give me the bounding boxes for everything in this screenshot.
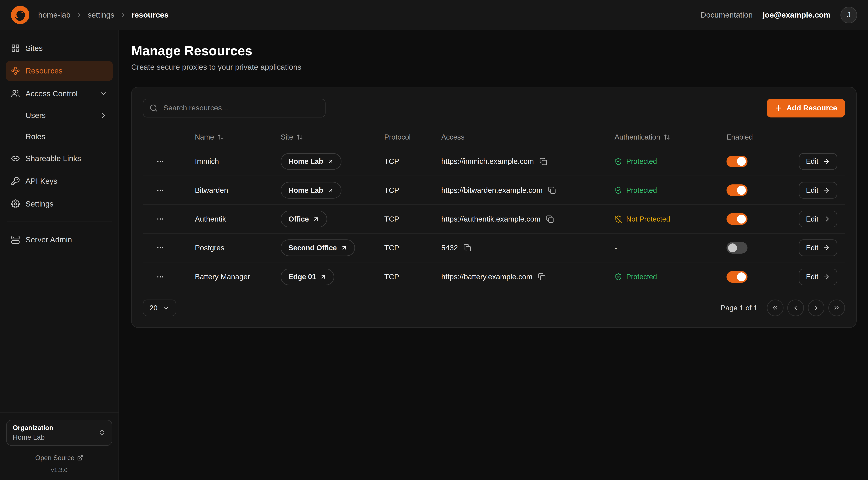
site-link-button[interactable]: Home Lab <box>281 153 341 170</box>
enabled-toggle[interactable] <box>726 184 747 196</box>
sidebar-item-api-keys[interactable]: API Keys <box>6 171 113 191</box>
column-header-enabled: Enabled <box>721 133 797 141</box>
sidebar-nav: Sites Resources Access Control Users <box>6 38 113 250</box>
key-icon <box>11 177 20 185</box>
site-link-button[interactable]: Second Office <box>281 239 355 256</box>
auth-status: Protected <box>609 273 721 281</box>
edit-button[interactable]: Edit <box>799 153 837 170</box>
sidebar-item-roles[interactable]: Roles <box>6 127 113 146</box>
avatar[interactable]: J <box>840 7 857 23</box>
site-cell: Home Lab <box>275 182 379 199</box>
previous-page-button[interactable] <box>787 300 804 316</box>
resource-name: Immich <box>189 157 275 166</box>
resource-access: https://bitwarden.example.com <box>441 186 542 194</box>
organization-selector[interactable]: Organization Home Lab <box>6 420 113 446</box>
row-actions-menu-button[interactable] <box>154 184 167 197</box>
copy-button[interactable] <box>462 243 472 253</box>
copy-button[interactable] <box>547 185 557 195</box>
row-menu-cell <box>143 213 189 226</box>
table-row: Immich Home Lab TCP https://immich.examp… <box>143 147 845 176</box>
copy-icon <box>539 158 547 166</box>
arrow-right-icon <box>823 244 830 251</box>
column-header-authentication[interactable]: Authentication <box>609 133 721 141</box>
resource-name: Authentik <box>189 215 275 223</box>
access-cell: https://authentik.example.com <box>436 214 609 224</box>
sidebar-item-server-admin[interactable]: Server Admin <box>6 230 113 250</box>
resources-card: Add Resource Name Site <box>131 87 857 328</box>
breadcrumb-home-lab[interactable]: home-lab <box>38 10 70 19</box>
copy-icon <box>538 273 546 281</box>
header-label: Access <box>441 133 464 141</box>
sidebar-item-label: Sites <box>26 44 43 53</box>
version-label: v1.3.0 <box>51 467 68 474</box>
resource-protocol: TCP <box>379 273 436 281</box>
enabled-toggle[interactable] <box>726 213 747 225</box>
search-input[interactable] <box>162 103 319 113</box>
arrow-up-right-icon <box>327 187 334 194</box>
sidebar-item-sites[interactable]: Sites <box>6 38 113 58</box>
pagination: Page 1 of 1 <box>721 300 845 316</box>
site-cell: Second Office <box>275 239 379 256</box>
open-source-label: Open Source <box>35 454 74 462</box>
organization-text: Organization Home Lab <box>13 424 53 441</box>
row-menu-cell <box>143 241 189 254</box>
enabled-cell <box>721 156 797 167</box>
sidebar-item-resources[interactable]: Resources <box>6 61 113 81</box>
user-email[interactable]: joe@example.com <box>763 10 831 19</box>
enabled-toggle[interactable] <box>726 271 747 283</box>
sidebar-item-label: API Keys <box>26 177 57 185</box>
breadcrumb-settings[interactable]: settings <box>88 10 115 19</box>
first-page-button[interactable] <box>767 300 783 316</box>
row-actions-menu-button[interactable] <box>154 155 167 168</box>
resources-table: Name Site Protocol Access <box>143 127 845 291</box>
open-source-link[interactable]: Open Source <box>35 454 83 462</box>
edit-button[interactable]: Edit <box>799 239 837 256</box>
add-resource-button[interactable]: Add Resource <box>767 99 845 117</box>
row-actions-menu-button[interactable] <box>154 213 167 226</box>
sidebar-item-users[interactable]: Users <box>6 106 113 124</box>
chevron-right-icon <box>75 11 83 19</box>
copy-button[interactable] <box>537 272 547 282</box>
row-actions-menu-button[interactable] <box>154 241 167 254</box>
column-header-name[interactable]: Name <box>189 133 275 141</box>
arrow-right-icon <box>823 273 830 280</box>
sidebar-item-settings[interactable]: Settings <box>6 194 113 214</box>
documentation-link[interactable]: Documentation <box>701 10 753 19</box>
site-link-button[interactable]: Edge 01 <box>281 269 334 285</box>
header-label: Protocol <box>384 133 411 141</box>
copy-button[interactable] <box>545 214 555 224</box>
sidebar-item-access-control[interactable]: Access Control <box>6 84 113 103</box>
edit-button[interactable]: Edit <box>799 269 837 285</box>
row-actions-menu-button[interactable] <box>154 271 167 283</box>
edit-button[interactable]: Edit <box>799 182 837 199</box>
app-logo[interactable] <box>11 6 29 24</box>
column-header-site[interactable]: Site <box>275 133 379 141</box>
external-link-icon <box>77 455 83 461</box>
sort-icon <box>663 134 670 141</box>
chevrons-left-icon <box>772 304 779 311</box>
breadcrumb: home-lab settings resources <box>38 10 168 19</box>
add-resource-label: Add Resource <box>786 104 837 112</box>
next-page-button[interactable] <box>808 300 825 316</box>
site-link-button[interactable]: Home Lab <box>281 182 341 199</box>
page-size-value: 20 <box>150 304 157 312</box>
enabled-toggle[interactable] <box>726 156 747 167</box>
waypoints-icon <box>11 66 20 75</box>
site-label: Edge 01 <box>288 273 316 281</box>
enabled-toggle[interactable] <box>726 242 747 253</box>
sidebar-item-label: Users <box>26 111 46 120</box>
copy-icon <box>546 215 554 223</box>
sidebar-item-shareable-links[interactable]: Shareable Links <box>6 148 113 168</box>
auth-status: Protected <box>609 186 721 194</box>
page-size-select[interactable]: 20 <box>143 300 176 316</box>
main-content: Manage Resources Create secure proxies t… <box>119 30 868 480</box>
last-page-button[interactable] <box>828 300 845 316</box>
edit-label: Edit <box>806 273 818 281</box>
table-row: Postgres Second Office TCP 5432 <box>143 234 845 263</box>
site-link-button[interactable]: Office <box>281 211 327 227</box>
edit-button[interactable]: Edit <box>799 211 837 227</box>
edit-cell: Edit <box>797 153 845 170</box>
auth-label: Protected <box>626 157 657 166</box>
resource-name: Bitwarden <box>189 186 275 194</box>
copy-button[interactable] <box>538 156 548 166</box>
